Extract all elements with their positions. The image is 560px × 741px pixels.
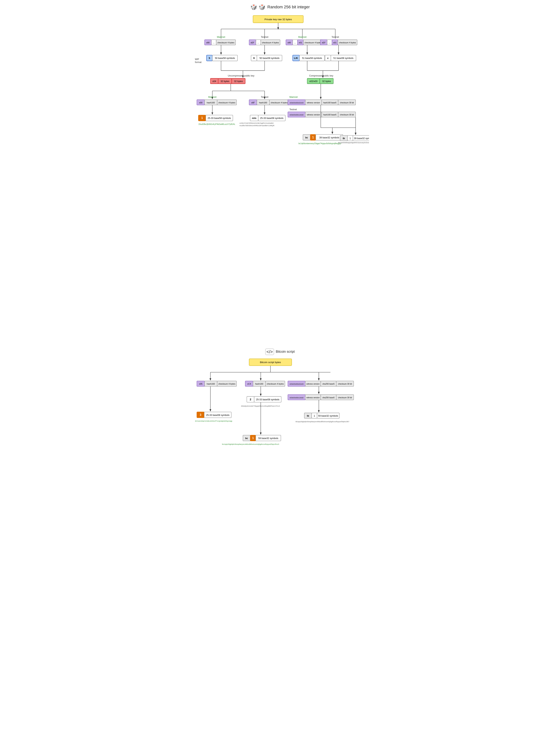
p2pkh-mainnet-addr: 15szEBeJj9JtiGnKyP4bGwMLxzzV7y8UhL bbox=[198, 123, 235, 125]
script-icon: </> bbox=[265, 349, 274, 355]
wif-xEF-1: xEF bbox=[250, 42, 254, 44]
base32-39-1: 39 base32 symbols bbox=[319, 136, 339, 139]
bech32-hash160-2: hash160 base5 bbox=[323, 114, 336, 116]
base32-39-2: 39 base32 symbols bbox=[354, 137, 369, 140]
wif-x01-1: x01 bbox=[299, 42, 302, 44]
bech32-1-label: 1 bbox=[312, 136, 314, 139]
bech32-mainnet-addr: bc1q6dsxtawvwsy33qgw74rjppu9z6dngnq8tegg… bbox=[299, 142, 341, 144]
page-header: 🎲 🎲 Random 256 bit integer bbox=[193, 4, 367, 10]
checksum-2: checksum 4 bytes bbox=[270, 102, 288, 104]
script-witness-2: witness version bbox=[306, 396, 320, 399]
addr-3-label: 3 bbox=[200, 413, 201, 416]
wif-checksum-2: checksum 4 bytes bbox=[262, 42, 279, 44]
wif-testnet-label-2: Testnet bbox=[331, 36, 339, 38]
page-title: Random 256 bit integer bbox=[267, 5, 310, 9]
xC4-box: xC4 bbox=[247, 383, 251, 385]
script-bc-label: bc bbox=[245, 437, 248, 440]
wif-dots-1: ... bbox=[212, 42, 214, 44]
wif-x80-2: x80 bbox=[287, 42, 291, 44]
wif-c: c bbox=[327, 57, 329, 60]
script-witness-1: witness version bbox=[306, 383, 320, 385]
uncomp-pubkey-label: Uncompressed public key bbox=[228, 74, 254, 77]
wif-format-label2: format bbox=[195, 61, 201, 64]
addr-nm-label: n/m bbox=[252, 117, 256, 120]
script-sha256-2: sha256 base5 bbox=[322, 396, 334, 399]
bech32-testnet-addr: tb1qw508d6qejxtdg4W5r3zarvary0c5xw7kxpjz… bbox=[338, 141, 369, 144]
p2pkh-testnet-addr-1: n15DJ7nGF2f3hKicD1HbCNgRVUVut34d6C bbox=[239, 122, 274, 124]
wif-checksum-3: checksum 4 bytes bbox=[304, 42, 321, 44]
wif-x80-1: x80 bbox=[206, 42, 210, 44]
wif-format-label: WIF bbox=[195, 58, 199, 61]
bitcoin-script-diagram: Bitcoin script bytes x05 hash160 checksu… bbox=[193, 357, 367, 550]
p2pkh-testnet-addr-2: musf8x7b5h3Mv2mhREsStFwavBbtYLM8QR bbox=[239, 125, 274, 127]
p2pkh-testnet-label: Testnet bbox=[261, 96, 268, 98]
addr-1-label: 1 bbox=[201, 116, 203, 120]
checksum-xC4: checksum 4 bytes bbox=[266, 383, 284, 385]
hash160-2: hash160 bbox=[259, 102, 267, 104]
comp-pubkey-label: Compressed public key bbox=[309, 74, 333, 77]
base58-25-33-p2sh: 25-33 base58 symbols bbox=[206, 414, 229, 416]
bech32-prefix-mainnet: x03x03x00x02x03 bbox=[289, 102, 303, 104]
main-diagram: Private key raw 32 bytes Mainnet Testnet… bbox=[193, 13, 367, 342]
bc-label: bc bbox=[305, 136, 308, 139]
wif-mainnet-label-2: Mainnet bbox=[298, 36, 306, 38]
comp-32: 32 bytes bbox=[322, 80, 331, 83]
tb-label: tb bbox=[343, 137, 345, 140]
wif-51-1: 51 base58 symbols bbox=[302, 57, 322, 60]
base58-25-33-2: 25-33 base58 symbols bbox=[260, 117, 284, 120]
dice-icon: 🎲 🎲 bbox=[250, 4, 265, 10]
wif-9: 9 bbox=[253, 57, 255, 60]
wif-50-1: 50 base58 symbols bbox=[215, 57, 235, 60]
x00-box: x00 bbox=[199, 102, 202, 104]
wif-dots-4: ... bbox=[328, 42, 330, 44]
xC4-addr: 2Mu8y4mm4oF78yppDbUAAEwyBEPezrx7CLh bbox=[241, 405, 280, 407]
private-key-label: Private key raw 32 bytes bbox=[264, 18, 292, 21]
bech32-hash160-1: hash160 base5 bbox=[323, 102, 336, 104]
checksum-1: checksum 4 bytes bbox=[218, 102, 235, 104]
wif-dots-2: ... bbox=[257, 42, 259, 44]
wif-checksum-1: checksum 4 bytes bbox=[217, 42, 234, 44]
bech32-witness-1: witness version bbox=[306, 102, 320, 104]
bech32-1-tb: 1 bbox=[350, 137, 351, 140]
wif-testnet-label-1: Testnet bbox=[261, 36, 268, 38]
wif-xEF-2: xEF bbox=[322, 42, 325, 44]
script-sha256-1: sha256 base5 bbox=[322, 383, 334, 385]
script-tb-1: 1 bbox=[314, 414, 315, 417]
script-bech32-prefix-1: x03x03x00x02x03 bbox=[289, 383, 303, 385]
bitcoin-script-section-title: </> Bitcoin script bbox=[193, 349, 367, 355]
wif-mainnet-label-1: Mainnet bbox=[217, 36, 225, 38]
bech32-mainnet-label: Mainnet bbox=[289, 96, 298, 98]
x02x03-box: x02/x03 bbox=[309, 80, 317, 83]
hash160-1: hash160 bbox=[207, 102, 215, 104]
bech32-testnet-label: Testnet bbox=[289, 108, 297, 111]
wif-5: 5 bbox=[209, 57, 210, 60]
script-bc-1: 1 bbox=[252, 436, 254, 440]
script-bytes-label: Bitcoin script bytes bbox=[260, 361, 281, 364]
bech32-witness-2: witness version bbox=[306, 114, 320, 116]
script-tb-label: tb bbox=[307, 414, 309, 417]
hash160-xC4: hash160 bbox=[255, 383, 263, 385]
wif-LK: L/K bbox=[294, 57, 298, 60]
uncomp-32-2: 32 bytes bbox=[234, 80, 243, 83]
uncomp-32-1: 32 bytes bbox=[221, 80, 229, 83]
script-bc-addr: bc1qrp33g0q5c5txsp9arysrx4k6zdkfs4nce4xj… bbox=[222, 443, 279, 445]
wif-x01-2: x01 bbox=[333, 42, 336, 44]
checksum-p2sh: checksum 4 bytes bbox=[218, 383, 235, 385]
hash160-p2sh: hash160 bbox=[207, 383, 215, 385]
x04-box: x04 bbox=[212, 80, 216, 83]
wif-dots-3: ... bbox=[294, 42, 296, 44]
bech32-prefix-testnet: x03x03x00x14x02 bbox=[289, 114, 303, 116]
base58-25-33-xC4: 25-33 base58 symbols bbox=[256, 398, 279, 401]
addr-2-label: 2 bbox=[250, 398, 251, 401]
bech32-checksum-2: checksum 30 bit bbox=[340, 114, 354, 116]
x05-box: x05 bbox=[199, 383, 202, 385]
wif-51-2: 51 base58 symbols bbox=[333, 57, 353, 60]
script-59-base32-tb: 59 base32 symbols bbox=[318, 414, 338, 417]
script-checksum-2: checksum 30 bit bbox=[338, 396, 352, 399]
x6F-box: x6F bbox=[251, 102, 255, 104]
p2sh-mainnet-addr: 3CXaV43aC2AWL63HrcPTz1jmdpGDNyUwjp bbox=[195, 420, 232, 422]
p2pkh-mainnet-label: Mainnet bbox=[208, 96, 216, 98]
script-59-base32-bc: 59 base32 symbols bbox=[258, 437, 278, 440]
script-tb-addr: tb1qrp33g0q5c5txsp9arysrx4k6zdkfs4nce4xj… bbox=[296, 420, 349, 422]
base58-25-33-1: 25-33 base58 symbols bbox=[208, 117, 231, 120]
